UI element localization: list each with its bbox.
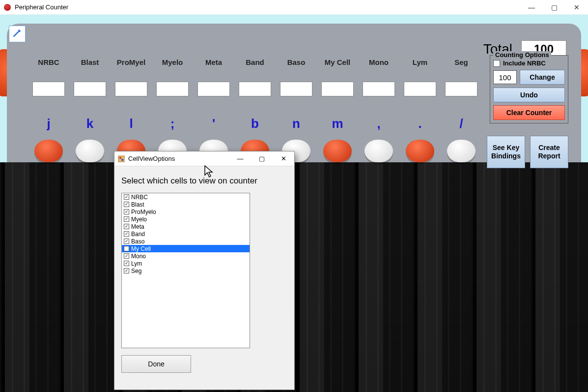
cell-count-field[interactable] <box>321 82 354 96</box>
include-nrbc-checkbox[interactable] <box>493 60 500 67</box>
cell-column: Meta' <box>196 58 231 162</box>
list-item-label: Baso <box>131 238 144 245</box>
dialog-maximize-button[interactable]: ▢ <box>251 151 273 166</box>
list-item[interactable]: ✓Lym <box>122 260 250 267</box>
cell-counter-button[interactable] <box>364 140 393 162</box>
dialog-close-button[interactable]: ✕ <box>273 151 294 166</box>
list-item[interactable]: ✓Myelo <box>122 215 250 223</box>
see-key-bindings-button[interactable]: See Key Bindings <box>487 136 525 168</box>
cell-count-field[interactable] <box>115 82 147 96</box>
cell-count-field[interactable] <box>280 82 312 96</box>
change-button[interactable]: Change <box>520 70 565 85</box>
list-item-label: Blast <box>131 201 144 208</box>
cell-counter-button[interactable] <box>406 140 434 162</box>
cell-count-field[interactable] <box>74 82 106 96</box>
list-item[interactable]: ✓ProMyelo <box>122 208 250 215</box>
cell-count-field[interactable] <box>239 82 271 96</box>
cell-label: Band <box>246 58 264 70</box>
cell-count-field[interactable] <box>445 82 477 96</box>
cell-label: Mono <box>369 58 389 70</box>
cell-column: Lym. <box>403 58 437 162</box>
close-button[interactable]: ✕ <box>565 0 588 15</box>
desktop-area: Total 100 NRBCjBlastkProMyellMyelo;Meta'… <box>0 15 588 392</box>
cell-count-field[interactable] <box>197 82 230 96</box>
cell-column: Blastk <box>73 58 107 162</box>
cell-count-field[interactable] <box>404 82 436 96</box>
cell-label: Meta <box>205 58 222 70</box>
create-report-button[interactable]: Create Report <box>530 136 568 168</box>
list-item-checkbox[interactable]: ✓ <box>124 202 129 207</box>
cell-counter-button[interactable] <box>34 140 63 162</box>
dialog-heading: Select which cells to view on counter <box>121 176 287 186</box>
cell-key-label: , <box>377 116 380 131</box>
cell-key-label: n <box>292 116 300 131</box>
cell-counter-button[interactable] <box>447 140 476 162</box>
list-item[interactable]: ✓Band <box>122 230 250 238</box>
cell-column: Myelo; <box>155 58 190 162</box>
cell-count-field[interactable] <box>32 82 65 96</box>
cell-column: Bason <box>279 58 313 162</box>
list-item-label: Mono <box>131 253 146 260</box>
cell-column: Mono, <box>362 58 396 162</box>
cell-column: My Cellm <box>320 58 355 162</box>
list-item-checkbox[interactable]: ✓ <box>124 231 129 237</box>
cell-label: Seg <box>454 58 468 70</box>
cell-label: ProMyel <box>117 58 145 70</box>
cells-row: NRBCjBlastkProMyellMyelo;Meta'BandbBason… <box>31 58 478 162</box>
minimize-button[interactable]: — <box>520 0 543 15</box>
list-item-checkbox[interactable]: ✓ <box>124 224 129 229</box>
cell-key-label: l <box>129 116 133 131</box>
list-item-checkbox[interactable]: ✓ <box>124 261 129 266</box>
list-item-label: Band <box>131 231 145 238</box>
undo-button[interactable]: Undo <box>493 88 565 102</box>
list-item-checkbox[interactable]: ✓ <box>124 194 129 200</box>
cell-column: Seg/ <box>444 58 478 162</box>
dialog-minimize-button[interactable]: — <box>229 151 251 166</box>
list-item[interactable]: ✓NRBC <box>122 193 250 201</box>
list-item-checkbox[interactable] <box>124 246 129 251</box>
cell-column: NRBCj <box>31 58 66 162</box>
list-item[interactable]: ✓Seg <box>122 267 250 274</box>
cell-key-label: k <box>86 116 93 131</box>
cell-counter-button[interactable] <box>323 140 352 162</box>
count-target-input[interactable]: 100 <box>493 70 517 84</box>
list-item-checkbox[interactable]: ✓ <box>124 209 129 214</box>
maximize-button[interactable]: ▢ <box>543 0 565 15</box>
list-item-label: NRBC <box>131 194 148 201</box>
cell-key-label: m <box>332 116 343 131</box>
list-item[interactable]: ✓Blast <box>122 201 250 208</box>
list-item-checkbox[interactable]: ✓ <box>124 268 129 273</box>
cell-key-label: ; <box>170 116 175 131</box>
list-item-checkbox[interactable]: ✓ <box>124 253 129 259</box>
list-item-label: Meta <box>131 223 144 230</box>
cell-key-label: b <box>251 116 259 131</box>
cell-label: Baso <box>287 58 306 70</box>
counter-panel: Total 100 NRBCjBlastkProMyellMyelo;Meta'… <box>0 15 588 162</box>
cell-counter-button[interactable] <box>76 140 104 162</box>
cell-column: Bandb <box>238 58 272 162</box>
cell-count-field[interactable] <box>363 82 395 96</box>
counter-body: Total 100 NRBCjBlastkProMyellMyelo;Meta'… <box>7 24 581 162</box>
counting-options-legend: Counting Options <box>493 51 551 59</box>
dialog-title: CellViewOptions <box>128 155 175 162</box>
list-item[interactable]: ✓Meta <box>122 223 250 230</box>
cell-count-field[interactable] <box>156 82 189 96</box>
dialog-titlebar[interactable]: CellViewOptions — ▢ ✕ <box>114 151 294 166</box>
done-button[interactable]: Done <box>121 355 191 373</box>
list-item-checkbox[interactable]: ✓ <box>124 239 129 244</box>
edit-button[interactable] <box>9 26 26 42</box>
list-item-label: ProMyelo <box>131 209 156 215</box>
list-item[interactable]: My Cell <box>122 245 250 252</box>
list-item-checkbox[interactable]: ✓ <box>124 216 129 222</box>
cell-list[interactable]: ✓NRBC✓Blast✓ProMyelo✓Myelo✓Meta✓Band✓Bas… <box>121 193 250 348</box>
cell-key-label: j <box>47 116 50 131</box>
cell-label: Lym <box>413 58 427 70</box>
include-nrbc-label: Include NRBC <box>503 60 546 67</box>
list-item[interactable]: ✓Mono <box>122 252 250 260</box>
cell-label: NRBC <box>38 58 59 70</box>
cell-label: Blast <box>81 58 99 70</box>
list-item[interactable]: ✓Baso <box>122 238 250 245</box>
clear-counter-button[interactable]: Clear Counter <box>493 105 565 120</box>
window-title: Peripheral Counter <box>15 3 68 11</box>
list-item-label: Lym <box>131 260 142 267</box>
